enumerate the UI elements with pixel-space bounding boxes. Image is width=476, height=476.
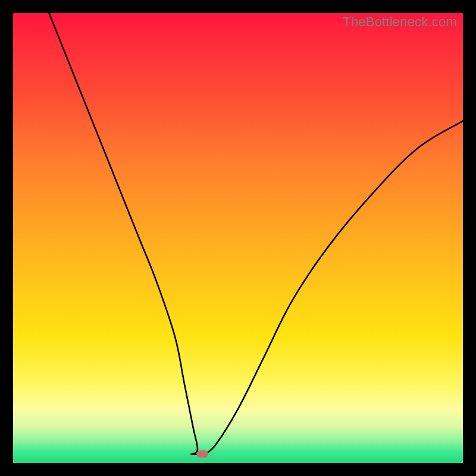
chart-plot-area: TheBottleneck.com	[13, 13, 463, 463]
min-marker	[196, 450, 208, 458]
watermark-text: TheBottleneck.com	[343, 14, 457, 30]
chart-frame: TheBottleneck.com	[0, 0, 476, 476]
bottleneck-curve	[13, 13, 463, 463]
